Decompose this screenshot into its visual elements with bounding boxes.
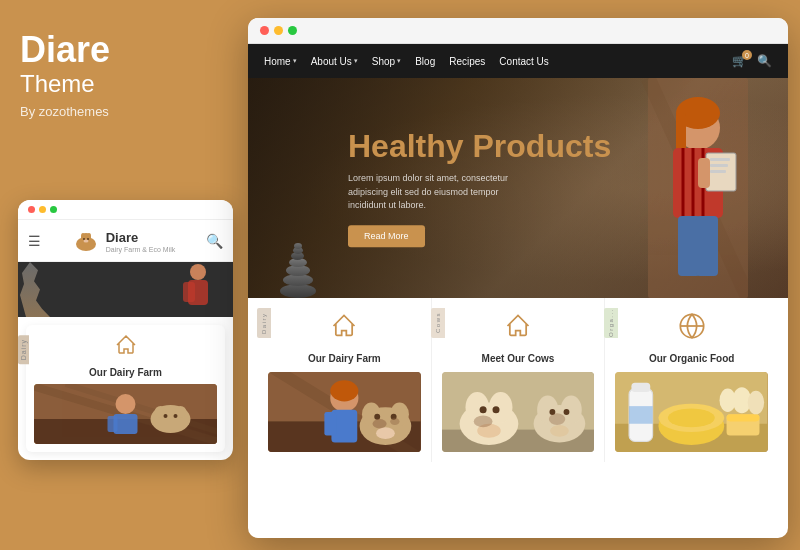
svg-rect-33 [710,164,728,167]
desktop-mockup: Home ▾ About Us ▾ Shop ▾ Blog Recipes Co… [248,18,788,538]
feature-card-cows: Cows Meet Our Cows [432,298,606,462]
mobile-hero-rocks [18,262,58,317]
desktop-features: Dairy Our Dairy Farm [248,298,788,462]
nav-item-shop[interactable]: Shop ▾ [372,56,401,67]
mobile-farmer-illustration [34,384,217,444]
svg-point-68 [549,413,565,425]
close-dot [28,206,35,213]
svg-rect-34 [710,170,726,173]
feature-image-cows [442,372,595,452]
svg-rect-37 [696,216,718,276]
svg-rect-26 [676,113,686,153]
desktop-window-controls [248,18,788,44]
svg-point-82 [748,391,764,414]
feature-tab-dairy: Dairy [257,308,271,338]
hero-read-more-button[interactable]: Read More [348,225,425,247]
mobile-logo-sub: Dairy Farm & Eco Milk [106,246,176,253]
svg-rect-32 [710,158,730,161]
svg-rect-9 [183,282,195,302]
svg-point-5 [87,238,89,240]
mobile-content: Dairy Our Dairy Farm [18,317,233,460]
mobile-mockup: ☰ Diare Dairy Farm & Eco Milk 🔍 [18,200,233,460]
svg-point-67 [550,425,569,437]
svg-point-50 [376,427,395,439]
nav-item-contact[interactable]: Contact Us [499,56,548,67]
mobile-card-icon [34,333,217,363]
svg-point-20 [164,414,168,418]
feature-title-cows: Meet Our Cows [442,353,595,364]
mobile-card-tab: Dairy [18,335,29,364]
svg-point-59 [492,406,499,413]
cart-icon[interactable]: 🛒 0 [732,54,747,68]
hero-person [588,78,748,298]
feature-title-dairy: Our Dairy Farm [268,353,421,364]
rock-7 [294,243,302,249]
left-panel: Diare Theme By zozothemes [20,30,240,119]
mobile-logo: Diare Dairy Farm & Eco Milk [72,228,176,253]
svg-rect-80 [727,414,760,421]
feature-tab-organic: Orga... [604,308,618,338]
desktop-maximize-dot [288,26,297,35]
desktop-hero: Healthy Products Lorem ipsum dolor sit a… [248,78,788,298]
brand-author: By zozothemes [20,104,240,119]
svg-rect-16 [108,416,118,432]
maximize-dot [50,206,57,213]
mobile-hero-person [163,262,213,317]
nav-item-about[interactable]: About Us ▾ [311,56,358,67]
mobile-logo-text: Diare [106,230,139,245]
nav-item-recipes[interactable]: Recipes [449,56,485,67]
svg-point-83 [720,389,736,412]
home-chevron: ▾ [293,57,297,65]
hero-heading: Healthy Products [348,129,611,164]
desktop-minimize-dot [274,26,283,35]
hero-subtext: Lorem ipsum dolor sit amet, consectetur … [348,172,528,213]
search-icon[interactable]: 🔍 [757,54,772,68]
svg-point-66 [563,409,569,415]
hero-heading-white: Healthy [348,128,464,164]
minimize-dot [39,206,46,213]
svg-point-58 [479,406,486,413]
svg-point-78 [668,408,715,427]
mobile-feature-card: Dairy Our Dairy Farm [26,325,225,452]
hero-heading-accent: Products [472,128,611,164]
about-chevron: ▾ [354,57,358,65]
rock-1 [280,284,316,298]
brand-name: Diare [20,30,240,70]
svg-point-21 [174,414,178,418]
feature-tab-cows: Cows [431,308,445,338]
mobile-search-icon[interactable]: 🔍 [206,233,223,249]
svg-point-51 [373,419,387,428]
cart-badge: 0 [742,50,752,60]
mobile-hero-image [18,262,233,317]
feature-image-dairy [268,372,421,452]
nav-item-blog[interactable]: Blog [415,56,435,67]
svg-point-42 [330,380,358,401]
feature-card-dairy: Dairy Our Dairy Farm [258,298,432,462]
desktop-nav-icons: 🛒 0 🔍 [732,54,772,68]
svg-rect-44 [324,412,336,435]
shop-chevron: ▾ [397,57,401,65]
svg-rect-75 [629,406,652,424]
feature-card-organic: Orga... Our Organic Food [605,298,778,462]
nav-item-home[interactable]: Home ▾ [264,56,297,67]
hero-text-area: Healthy Products Lorem ipsum dolor sit a… [348,129,611,247]
feature-image-organic [615,372,768,452]
hero-rocks [258,78,338,298]
desktop-nav-links: Home ▾ About Us ▾ Shop ▾ Blog Recipes Co… [264,56,549,67]
svg-point-14 [116,394,136,414]
mobile-card-image [34,384,217,444]
brand-theme: Theme [20,70,240,99]
feature-title-organic: Our Organic Food [615,353,768,364]
svg-point-4 [83,238,85,240]
mobile-card-title: Our Dairy Farm [34,367,217,378]
mobile-window-controls [18,200,233,220]
desktop-nav: Home ▾ About Us ▾ Shop ▾ Blog Recipes Co… [248,44,788,78]
svg-point-57 [489,392,512,423]
svg-point-52 [390,418,399,425]
svg-rect-35 [698,158,710,188]
svg-point-48 [374,414,380,420]
feature-icon-dairy [268,312,421,347]
svg-point-7 [190,264,206,280]
hamburger-icon[interactable]: ☰ [28,233,41,249]
mobile-nav: ☰ Diare Dairy Farm & Eco Milk 🔍 [18,220,233,262]
